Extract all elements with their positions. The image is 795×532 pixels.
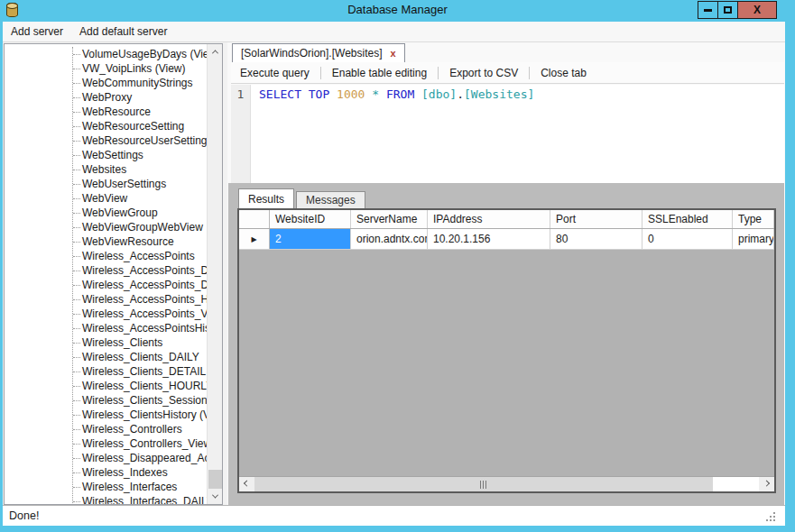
- database-tree-panel[interactable]: VolumeUsageByDays (View)VW_VoipLinks (Vi…: [4, 43, 223, 505]
- sql-token: [Websites]: [464, 87, 534, 101]
- status-text: Done!: [9, 509, 39, 522]
- toolbar-separator: [438, 67, 439, 79]
- column-header-sslenabled[interactable]: SSLEnabled: [642, 210, 733, 228]
- status-bar: Done!: [3, 505, 785, 526]
- results-section: ResultsMessages WebsiteIDServerNameIPAdd…: [228, 183, 784, 505]
- sql-token: [379, 87, 386, 101]
- sql-token: [329, 87, 337, 101]
- tree-item[interactable]: WebResourceUserSetting: [5, 133, 207, 148]
- menu-item-add-server[interactable]: Add server: [3, 22, 71, 41]
- tree-item[interactable]: WebSettings: [5, 148, 207, 162]
- results-tab-results[interactable]: Results: [238, 188, 294, 208]
- tree-item[interactable]: Wireless_ClientsHistory (View): [5, 408, 207, 422]
- tree-item[interactable]: WebView: [5, 191, 207, 206]
- close-tab-button[interactable]: Close tab: [532, 63, 596, 83]
- tree-item[interactable]: Wireless_Disappeared_AccessPoints: [5, 451, 207, 465]
- tree-item[interactable]: Wireless_Clients: [5, 335, 207, 350]
- toolbar-separator: [529, 67, 530, 79]
- grid-corner-cell[interactable]: [239, 210, 270, 228]
- tree-item[interactable]: WebViewGroup: [5, 206, 207, 220]
- tree-item[interactable]: VW_VoipLinks (View): [5, 61, 207, 76]
- results-tab-messages[interactable]: Messages: [296, 191, 365, 208]
- column-header-type[interactable]: Type: [733, 210, 774, 228]
- tree-item[interactable]: Wireless_AccessPoints_DAILY: [5, 263, 207, 278]
- resize-grip[interactable]: [766, 512, 776, 522]
- titlebar[interactable]: Database Manager X: [0, 0, 795, 22]
- tree-item[interactable]: WebResource: [5, 105, 207, 119]
- tree-item[interactable]: WebCommunityStrings: [5, 76, 207, 90]
- tree-item[interactable]: Wireless_AccessPoints_DETAIL: [5, 278, 207, 292]
- scroll-down-button[interactable]: [208, 489, 223, 504]
- grid-data-row[interactable]: ▶ 2orion.adntx.com10.20.1.156800primary: [239, 229, 774, 250]
- grid-header-row: WebsiteIDServerNameIPAddressPortSSLEnabl…: [239, 210, 774, 229]
- tree-item[interactable]: WebProxy: [5, 90, 207, 105]
- results-tab-bar: ResultsMessages: [238, 188, 365, 208]
- export-to-csv-button[interactable]: Export to CSV: [440, 63, 527, 83]
- maximize-icon: [724, 6, 732, 14]
- tree-item[interactable]: Wireless_Controllers_View (View): [5, 436, 207, 451]
- cell-sslenabled[interactable]: 0: [642, 229, 733, 249]
- sql-token: FROM: [386, 87, 414, 101]
- sql-token: [414, 87, 421, 101]
- tree-item[interactable]: Wireless_Clients_HOURLY: [5, 379, 207, 393]
- tab-solarwindsorion-websites[interactable]: [SolarWindsOrion].[Websites] x: [232, 43, 405, 62]
- minimize-button[interactable]: [698, 1, 718, 19]
- tree-item[interactable]: Wireless_Indexes: [5, 465, 207, 480]
- tree-item[interactable]: Wireless_AccessPoints_View (View): [5, 307, 207, 321]
- document-tab-bar: [SolarWindsOrion].[Websites] x: [227, 42, 785, 62]
- sql-token: SELECT: [259, 87, 301, 101]
- cell-ipaddress[interactable]: 10.20.1.156: [428, 229, 550, 249]
- sql-token: [301, 87, 309, 101]
- tree-item[interactable]: WebResourceSetting: [5, 119, 207, 133]
- chevron-right-icon: [763, 480, 770, 486]
- scroll-right-button[interactable]: [759, 477, 774, 491]
- column-header-servername[interactable]: ServerName: [351, 210, 428, 228]
- tree-item[interactable]: VolumeUsageByDays (View): [5, 47, 207, 61]
- grid-horizontal-scrollbar[interactable]: [239, 476, 774, 491]
- chevron-up-icon: [212, 50, 218, 56]
- sql-query-line: SELECT TOP 1000 * FROM [dbo].[Websites]: [259, 87, 534, 101]
- column-header-ipaddress[interactable]: IPAddress: [428, 210, 550, 228]
- column-header-port[interactable]: Port: [550, 210, 642, 228]
- tab-label: [SolarWindsOrion].[Websites]: [241, 47, 383, 60]
- tree-list: VolumeUsageByDays (View)VW_VoipLinks (Vi…: [5, 47, 207, 505]
- tree-item[interactable]: Wireless_Interfaces: [5, 480, 207, 494]
- tree-item[interactable]: WebViewGroupWebView: [5, 220, 207, 234]
- row-selector-cell[interactable]: ▶: [239, 229, 270, 249]
- grid-scrollbar-thumb[interactable]: [254, 477, 713, 491]
- results-grid[interactable]: WebsiteIDServerNameIPAddressPortSSLEnabl…: [237, 208, 776, 493]
- tree-item[interactable]: WebUserSettings: [5, 177, 207, 191]
- tree-item[interactable]: Wireless_AccessPoints: [5, 249, 207, 263]
- menu-item-add-default-server[interactable]: Add default server: [71, 22, 175, 41]
- column-header-websiteid[interactable]: WebsiteID: [270, 210, 351, 228]
- tab-close-icon[interactable]: x: [391, 48, 396, 59]
- current-row-arrow-icon: ▶: [251, 235, 256, 243]
- execute-query-button[interactable]: Execute query: [231, 63, 319, 83]
- query-panel: [SolarWindsOrion].[Websites] x Execute q…: [227, 42, 785, 505]
- tree-item[interactable]: WebViewResource: [5, 234, 207, 249]
- cell-type[interactable]: primary: [733, 229, 774, 249]
- tree-item[interactable]: Wireless_Interfaces_DAILY: [5, 494, 207, 505]
- maximize-button[interactable]: [717, 1, 738, 19]
- line-number: 1: [237, 87, 245, 101]
- tree-item[interactable]: Wireless_Clients_DAILY: [5, 350, 207, 364]
- scroll-left-button[interactable]: [239, 477, 254, 491]
- chevron-down-icon: [212, 492, 218, 499]
- tree-item[interactable]: Wireless_Clients_DETAIL: [5, 364, 207, 379]
- tree-item[interactable]: Wireless_Controllers: [5, 422, 207, 436]
- scroll-up-button[interactable]: [208, 44, 223, 60]
- cell-port[interactable]: 80: [550, 229, 642, 249]
- minimize-icon: [704, 9, 712, 12]
- cell-websiteid[interactable]: 2: [270, 229, 351, 249]
- menu-bar: Add serverAdd default server: [3, 22, 785, 42]
- enable-table-editing-button[interactable]: Enable table editing: [323, 63, 436, 83]
- tree-vertical-scrollbar[interactable]: [207, 44, 222, 504]
- sql-editor[interactable]: 1 SELECT TOP 1000 * FROM [dbo].[Websites…: [231, 85, 784, 183]
- tree-item[interactable]: Wireless_AccessPoints_HOURLY: [5, 292, 207, 307]
- tree-scrollbar-thumb[interactable]: [208, 470, 222, 490]
- close-button[interactable]: X: [737, 1, 777, 19]
- tree-item[interactable]: Wireless_Clients_SessionHistory: [5, 393, 207, 408]
- tree-item[interactable]: Websites: [5, 162, 207, 177]
- cell-servername[interactable]: orion.adntx.com: [351, 229, 428, 249]
- tree-item[interactable]: Wireless_AccessPointsHistory (View): [5, 321, 207, 335]
